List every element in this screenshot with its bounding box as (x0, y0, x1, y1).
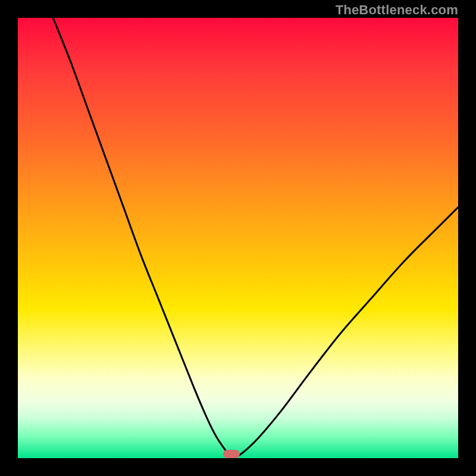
plot-area (18, 18, 458, 458)
optimal-point-marker (223, 450, 240, 458)
watermark-label: TheBottleneck.com (336, 2, 458, 18)
bottleneck-curve (18, 18, 458, 458)
chart-frame: TheBottleneck.com (0, 0, 476, 476)
